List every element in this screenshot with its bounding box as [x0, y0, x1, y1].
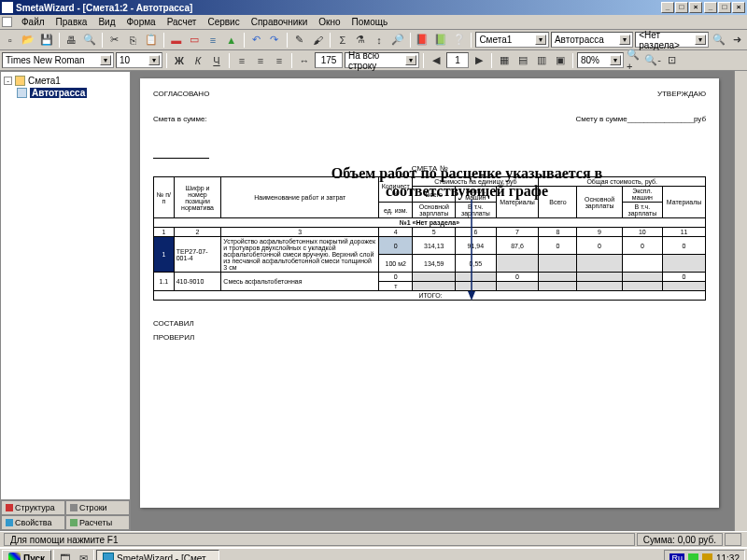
- cell-qty[interactable]: 0: [379, 273, 413, 282]
- cell-name[interactable]: Устройство асфальтобетонных покрытий дор…: [221, 237, 379, 273]
- width-mode-combo[interactable]: На всю строку: [345, 52, 419, 68]
- grid3-icon[interactable]: ▥: [533, 52, 550, 69]
- tray-icon2[interactable]: [702, 553, 712, 561]
- cell-n[interactable]: 1: [154, 237, 175, 273]
- maximize-button[interactable]: □: [718, 2, 731, 13]
- next-icon[interactable]: ▶: [471, 52, 487, 69]
- tree-expand-icon[interactable]: -: [4, 77, 12, 85]
- object-combo[interactable]: Автотрасса: [551, 32, 633, 48]
- cell-n[interactable]: 1.1: [154, 273, 175, 291]
- cut-icon[interactable]: ✂: [106, 32, 123, 49]
- cell-qty[interactable]: 0: [379, 237, 413, 255]
- tab-calcs[interactable]: Расчеты: [65, 515, 130, 530]
- estimate-combo[interactable]: Смета1: [475, 32, 549, 48]
- section-combo[interactable]: <Нет раздела>: [635, 32, 709, 48]
- underline-button[interactable]: Ч: [208, 52, 225, 69]
- insert-row-icon[interactable]: ▬: [168, 32, 185, 49]
- cell-c8[interactable]: 0: [539, 237, 577, 255]
- width-input[interactable]: [315, 52, 343, 68]
- cell-c5[interactable]: 314,13: [413, 237, 456, 255]
- grid1-icon[interactable]: ▦: [496, 52, 513, 69]
- document-area[interactable]: СОГЛАСОВАНО УТВЕРЖДАЮ Смета в сумме: Сме…: [131, 71, 734, 531]
- cell-unit[interactable]: 100 м2: [379, 255, 413, 273]
- align-left-icon[interactable]: ≡: [233, 52, 250, 69]
- grid4-icon[interactable]: ▣: [552, 52, 569, 69]
- mdi-min[interactable]: _: [661, 2, 674, 13]
- zoom-in-icon[interactable]: 🔍+: [626, 52, 642, 69]
- cell-name[interactable]: Смесь асфальтобетонная: [221, 273, 379, 291]
- cell-c7[interactable]: 0: [496, 273, 539, 282]
- table-row[interactable]: 1.1 410-9010 Смесь асфальтобетонная 0 0 …: [154, 273, 706, 282]
- minimize-button[interactable]: _: [704, 2, 717, 13]
- font-combo[interactable]: Times New Roman: [2, 52, 114, 68]
- tree-root[interactable]: - Смета1: [4, 75, 127, 87]
- menu-calc[interactable]: Расчет: [162, 16, 203, 28]
- row-up-icon[interactable]: ▲: [223, 32, 240, 49]
- menu-form[interactable]: Форма: [120, 16, 161, 28]
- italic-button[interactable]: К: [190, 52, 206, 69]
- cell-code[interactable]: 410-9010: [174, 273, 221, 291]
- menu-service[interactable]: Сервис: [202, 16, 245, 28]
- mdi-max[interactable]: □: [675, 2, 688, 13]
- align-right-icon[interactable]: ≡: [271, 52, 288, 69]
- table-row[interactable]: 1 ТЕР27-07-001-4 Устройство асфальтобето…: [154, 237, 706, 255]
- menu-view[interactable]: Вид: [92, 16, 120, 28]
- lang-indicator[interactable]: Ru: [669, 553, 684, 560]
- close-button[interactable]: ×: [732, 2, 745, 13]
- brush-icon[interactable]: ✎: [291, 32, 308, 49]
- cell-c5b[interactable]: 134,59: [413, 255, 456, 273]
- fontsize-combo[interactable]: 10: [116, 52, 162, 68]
- clock[interactable]: 11:32: [716, 553, 740, 561]
- save-icon[interactable]: 💾: [38, 32, 55, 49]
- undo-icon[interactable]: ↶: [248, 32, 265, 49]
- vertical-scrollbar[interactable]: [734, 71, 747, 531]
- taskbar-app[interactable]: SmetaWizard - [Смет...: [96, 550, 219, 560]
- menu-help[interactable]: Помощь: [346, 16, 394, 28]
- help-icon[interactable]: ❔: [451, 32, 468, 49]
- find-icon[interactable]: 🔎: [389, 32, 406, 49]
- cell-c10[interactable]: 0: [622, 237, 662, 255]
- copy-icon[interactable]: ⎘: [125, 32, 142, 49]
- open-icon[interactable]: 📂: [21, 32, 37, 49]
- paste-icon[interactable]: 📋: [143, 32, 160, 49]
- calc-icon[interactable]: Σ: [334, 32, 351, 49]
- tab-props[interactable]: Свойства: [1, 515, 65, 530]
- start-button[interactable]: Пуск: [2, 550, 51, 560]
- cell-c11[interactable]: 0: [663, 237, 706, 255]
- search-ref-icon[interactable]: 🔍: [711, 32, 727, 49]
- zoom-combo[interactable]: 80%: [577, 52, 624, 68]
- prev-icon[interactable]: ◀: [428, 52, 444, 69]
- page-input[interactable]: [446, 52, 469, 68]
- print-icon[interactable]: 🖶: [63, 32, 80, 49]
- format-icon[interactable]: 🖌: [309, 32, 326, 49]
- book-icon[interactable]: 📕: [415, 32, 431, 49]
- redo-icon[interactable]: ↷: [266, 32, 283, 49]
- ref-icon[interactable]: 📗: [432, 32, 449, 49]
- quicklaunch-icon[interactable]: 🗔: [56, 550, 73, 560]
- menu-refs[interactable]: Справочники: [246, 16, 314, 28]
- tab-rows[interactable]: Строки: [65, 500, 130, 515]
- cell-code[interactable]: ТЕР27-07-001-4: [174, 237, 221, 273]
- cell-c11[interactable]: 0: [663, 273, 706, 282]
- tray-icon[interactable]: [688, 553, 698, 561]
- cell-c9[interactable]: 0: [577, 237, 622, 255]
- cell-unit[interactable]: т: [379, 282, 413, 291]
- bold-button[interactable]: Ж: [171, 52, 188, 69]
- tab-structure[interactable]: Структура: [1, 500, 65, 515]
- zoom-fit-icon[interactable]: ⊡: [663, 52, 680, 69]
- width-icon[interactable]: ↔: [296, 52, 313, 69]
- cell-c7[interactable]: 87,6: [496, 237, 539, 255]
- filter-icon[interactable]: ⚗: [353, 32, 370, 49]
- align-center-icon[interactable]: ≡: [252, 52, 269, 69]
- tree-child[interactable]: Автотрасса: [17, 87, 127, 99]
- zoom-out-icon[interactable]: 🔍-: [644, 52, 661, 69]
- quicklaunch-icon2[interactable]: ✉: [75, 550, 92, 560]
- preview-icon[interactable]: 🔍: [82, 32, 99, 49]
- menu-window[interactable]: Окно: [313, 16, 345, 28]
- grid2-icon[interactable]: ▤: [514, 52, 531, 69]
- dup-row-icon[interactable]: ≡: [204, 32, 221, 49]
- new-icon[interactable]: ▫: [2, 32, 19, 49]
- mdi-close[interactable]: ×: [689, 2, 702, 13]
- menu-edit[interactable]: Правка: [50, 16, 93, 28]
- delete-row-icon[interactable]: ▭: [187, 32, 204, 49]
